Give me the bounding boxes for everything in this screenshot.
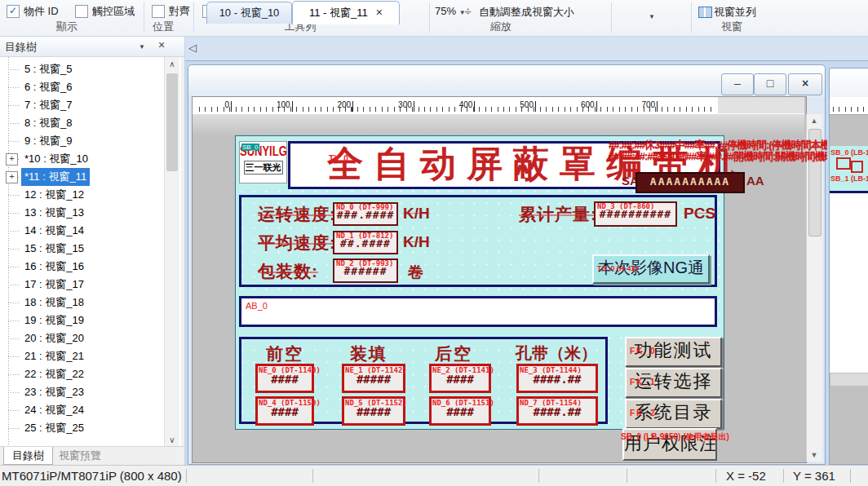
canvas-vertical-scrollbar[interactable]: ▲ ▼ [806,114,822,462]
numeric-display[interactable]: ND_3 (DT-860) ########## [594,201,677,227]
maximize-button[interactable]: □ [754,73,786,95]
checkbox-label: 觸控區域 [92,4,135,19]
window-chrome [830,68,868,97]
zoom-level-dropdown[interactable]: 75% ▼ [435,5,466,17]
numeric-display[interactable]: ND_6 (DT-1151) #### [429,396,491,426]
fit-to-window-button[interactable]: 自動調整成視窗大小 [479,5,574,20]
tree-item[interactable]: 9 : 視窗_9 [0,132,163,150]
tree-item-label: 20 : 視窗_20 [21,329,87,347]
tree-item[interactable]: 24 : 視窗_24 [0,401,163,419]
tree-item[interactable]: 23 : 視窗_23 [0,383,163,401]
expander-icon[interactable]: + [6,171,18,183]
numeric-display[interactable]: ND_7 (DT-1154) ####.## [516,396,598,426]
close-icon[interactable]: × [158,38,165,51]
ng-result-button[interactable]: TS_0 (A-41) 本次影像NG通 [592,254,710,284]
close-window-button[interactable]: × [788,73,822,95]
function-test-button[interactable]: FK_0 功能测试 [625,337,722,367]
system-menu-button[interactable]: FK_2 系统目录 [625,399,722,429]
tree-item[interactable]: 18 : 視窗_18 [0,294,163,311]
scroll-down-icon[interactable]: ∨ [165,433,179,447]
numeric-display[interactable]: NE_0 (DT-1140) #### [255,364,314,393]
tile-windows-button[interactable]: 視窗並列 [714,5,756,20]
tab-window-preview[interactable]: 視窗預覽 [51,447,109,464]
object-tag: ND_0 (DT-999) [336,203,393,211]
status-separator [715,469,716,483]
numeric-display[interactable]: NE_1 (DT-1142) ##### [342,364,405,393]
ruler [830,97,868,115]
ascii-display-object[interactable]: AAAAAAAAAA [636,172,745,193]
run-select-button[interactable]: FK_1 运转选择 [625,368,722,398]
tree-item[interactable]: 13 : 視窗_13 [0,204,163,222]
expander-icon[interactable]: + [6,153,18,166]
stat-unit: PCS [684,205,715,223]
group-divider [429,2,430,33]
scroll-up-icon[interactable]: ▲ [807,114,822,127]
tab-window-11[interactable]: 11 - 視窗_11× [292,1,400,24]
group-label-window: 視窗 [707,20,756,34]
tree-item[interactable]: 12 : 視窗_12 [0,186,163,204]
scroll-down-icon[interactable]: ▼ [807,448,822,462]
status-separator [850,469,851,483]
tree-item[interactable]: 17 : 視窗_17 [0,276,163,294]
tree-item[interactable]: 15 : 視窗_15 [0,240,163,258]
numeric-display[interactable]: NE_3 (DT-1144) ####.## [516,364,598,393]
object-tag: ND_7 (DT-1154) [520,399,582,407]
tree-item[interactable]: 7 : 視窗_7 [0,96,163,114]
second-editor-window[interactable]: SB_0 (LB-10 SB_1 (LB-1 [829,68,868,465]
checkbox-touch-area[interactable]: 觸控區域 [75,4,135,19]
stat-unit: 卷 [408,262,423,283]
device-model-text: MT6071iP/MT8071iP (800 x 480) [2,469,182,483]
tree-item[interactable]: +*10 : 視窗_10 [0,150,163,168]
scrollbar-thumb[interactable] [166,73,178,171]
tree-item[interactable]: 19 : 視窗_19 [0,311,163,329]
numeric-display[interactable]: NE_2 (DT-1141) #### [429,364,491,393]
numeric-display[interactable]: ND_0 (DT-999) ###.#### [333,202,398,226]
hmi-screen[interactable]: SB_0 SUNYILG 三一联光 全自动屏蔽罩编带机 TX_0 ##:##:#… [235,135,724,430]
fit-to-window-icon[interactable]: ↔↕ [462,4,474,16]
tab-close-icon[interactable]: × [376,6,383,19]
tree-item[interactable]: 21 : 視窗_21 [0,347,163,365]
checkbox-icon[interactable]: ✓ [7,5,20,18]
stat-label: 累计产量: [519,203,597,226]
tree-item[interactable]: 16 : 視窗_16 [0,258,163,276]
numeric-display[interactable]: ND_2 (DT-993) ###### [333,258,398,283]
column-header: 孔带（米） [516,342,597,364]
design-canvas[interactable]: 0100200300400500600700 SB_0 SUNYILG 三一联光… [192,96,807,463]
tree-item-label: 23 : 視窗_23 [21,383,87,401]
ruler-mark: 600 [572,100,597,112]
tree-item[interactable]: +*11 : 視窗_11 [0,168,163,186]
object-tag: SB_0 (LB-9050) (使用者登出) [621,431,808,443]
tree-item[interactable]: 22 : 視窗_22 [0,365,163,383]
tab-scroll-left-icon[interactable]: ◁ [188,42,197,54]
stat-label: 包装数: [258,260,318,283]
column-header: 后空 [435,342,472,365]
alarm-bar-object[interactable]: AB_0 [239,296,717,327]
minimize-button[interactable]: – [721,73,754,95]
tree-scrollbar[interactable]: ∧ ∨ [164,57,179,447]
checkbox-icon[interactable] [152,5,165,18]
tab-directory-tree[interactable]: 目錄樹 [3,447,53,465]
tree-item[interactable]: 6 : 視窗_6 [0,78,163,96]
checkbox-object-id[interactable]: ✓ 物件 ID [7,4,59,19]
numeric-display[interactable]: ND_5 (DT-1152) ##### [342,396,405,426]
ruler-mark: 200 [328,100,353,112]
tree-item[interactable]: 25 : 視窗_25 [0,419,163,437]
logo-object[interactable]: SB_0 SUNYILG 三一联光 [239,141,287,183]
checkbox-icon[interactable] [75,5,88,18]
checkbox-align[interactable]: 對齊 [152,4,190,19]
scroll-up-icon[interactable]: ∧ [165,57,179,71]
shape-object [836,157,851,170]
more-commands-dropdown[interactable]: ▼ [649,13,655,20]
numeric-display[interactable]: ND_4 (DT-1150) #### [255,396,314,426]
tab-window-10[interactable]: 10 - 視窗_10 [206,2,292,24]
document-tab-bar [185,37,868,61]
column-header: 前空 [266,342,303,365]
object-tag: FK_1 [630,370,656,394]
tree-item[interactable]: 5 : 視窗_5 [0,60,163,78]
tree-item[interactable]: 14 : 視窗_14 [0,222,163,240]
numeric-display[interactable]: ND_1 (DT-812) ##.#### [333,231,398,254]
tree-item[interactable]: 8 : 視窗_8 [0,114,163,132]
tree-item[interactable]: 20 : 視窗_20 [0,329,163,347]
status-separator [186,469,187,483]
chevron-down-icon[interactable]: ▼ [139,43,145,51]
